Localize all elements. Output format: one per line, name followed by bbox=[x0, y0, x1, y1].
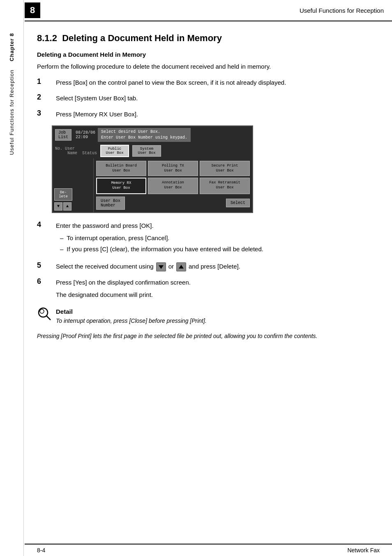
screen-tab-system[interactable]: SystemUser Box bbox=[132, 145, 161, 157]
intro-paragraph: Perform the following procedure to delet… bbox=[37, 62, 380, 72]
screen-main-area: De-lete ▼ ▲ Bulletin BoardUser Box Polli… bbox=[53, 158, 252, 212]
step-4-content: Enter the password and press [OK]. – To … bbox=[56, 221, 380, 256]
step-4-num: 4 bbox=[37, 220, 52, 229]
step-4-bullet-1: – To interrupt operation, press [Cancel]… bbox=[60, 234, 380, 243]
step-1: 1 Press [Box] on the control panel to vi… bbox=[37, 78, 380, 88]
step-5-text: Select the received document using or an… bbox=[56, 262, 380, 271]
screen-top-bar: JobList 08/28/0622:09 Select desired Use… bbox=[53, 126, 252, 144]
section-heading: 8.1.2 Deleting a Document Held in Memory bbox=[37, 33, 380, 44]
sidebar-section-label: Useful Functions for Reception bbox=[9, 70, 15, 155]
screen-job-btn: JobList bbox=[55, 129, 71, 141]
screen-select-btn[interactable]: Select bbox=[226, 199, 250, 207]
svg-point-4 bbox=[40, 309, 44, 313]
svg-marker-0 bbox=[159, 265, 164, 269]
detail-content: Detail To interrupt operation, press [Cl… bbox=[56, 308, 207, 325]
screen-list-area: De-lete ▼ ▲ bbox=[53, 158, 94, 212]
screen-box-fax[interactable]: Fax RetransmitUser Box bbox=[200, 178, 250, 194]
svg-marker-1 bbox=[179, 265, 184, 269]
svg-line-3 bbox=[46, 316, 51, 320]
sub-heading: Deleting a Document Held in Memory bbox=[37, 51, 380, 58]
step-6-note: The designated document will print. bbox=[56, 290, 380, 300]
detail-text1: To interrupt operation, press [Close] be… bbox=[56, 317, 207, 325]
screen-delete-btn[interactable]: De-lete bbox=[54, 188, 72, 201]
screen-left-buttons: De-lete ▼ ▲ bbox=[54, 188, 92, 211]
step-4: 4 Enter the password and press [OK]. – T… bbox=[37, 221, 380, 256]
step-3: 3 Press [Memory RX User Box]. bbox=[37, 110, 380, 119]
screen-box-memory[interactable]: Memory RXUser Box bbox=[96, 178, 146, 194]
chapter-num-box: 8 bbox=[25, 2, 40, 18]
screen-box-secure[interactable]: Secure PrintUser Box bbox=[200, 161, 250, 176]
screen-bottom-controls: User BoxNumber Select bbox=[96, 197, 250, 210]
step-3-content: Press [Memory RX User Box]. bbox=[56, 110, 380, 119]
screen-list-tabs: No. User Name Status PublicUser Box Syst… bbox=[53, 144, 252, 158]
step-6-content: Press [Yes] on the displayed confirmatio… bbox=[56, 278, 380, 300]
detail-label: Detail bbox=[56, 308, 207, 315]
screen-box-polling[interactable]: Polling TXUser Box bbox=[148, 161, 198, 176]
step-2-content: Select [System User Box] tab. bbox=[56, 94, 380, 103]
screen-arrow-down[interactable]: ▼ bbox=[54, 202, 62, 211]
top-header: 8 Useful Functions for Reception bbox=[25, 0, 392, 21]
section-number: 8.1.2 bbox=[37, 33, 57, 43]
step-5: 5 Select the received document using or … bbox=[37, 262, 380, 271]
detail-box: Detail To interrupt operation, press [Cl… bbox=[37, 308, 380, 325]
screen-date: 08/28/0622:09 bbox=[76, 130, 95, 139]
screen-box-annotation[interactable]: AnnotationUser Box bbox=[148, 178, 198, 194]
detail-search-icon bbox=[37, 306, 52, 321]
section-title: Deleting a Document Held in Memory bbox=[62, 33, 222, 43]
screen-nav-arrows: ▼ ▲ bbox=[54, 202, 92, 211]
step-5-content: Select the received document using or an… bbox=[56, 262, 380, 271]
screen-image: JobList 08/28/0622:09 Select desired Use… bbox=[52, 125, 253, 213]
step-2-num: 2 bbox=[37, 93, 52, 102]
arrow-up-icon bbox=[176, 262, 186, 271]
screen-box-bulletin[interactable]: Bulletin BoardUser Box bbox=[96, 161, 146, 176]
step-6: 6 Press [Yes] on the displayed confirmat… bbox=[37, 278, 380, 300]
note-text: Pressing [Proof Print] lets the first pa… bbox=[37, 332, 380, 341]
main-content: 8.1.2 Deleting a Document Held in Memory… bbox=[25, 21, 392, 361]
screen-list-header: No. User Name Status bbox=[55, 146, 97, 155]
screen-arrow-up[interactable]: ▲ bbox=[63, 202, 71, 211]
sidebar-chapter-label: Chapter 8 bbox=[9, 33, 15, 61]
step-4-sub-bullets: – To interrupt operation, press [Cancel]… bbox=[60, 234, 380, 254]
step-1-content: Press [Box] on the control panel to view… bbox=[56, 78, 380, 88]
bottom-footer: 8-4 Network Fax bbox=[25, 544, 392, 556]
step-1-num: 1 bbox=[37, 77, 52, 86]
screen-number-btn[interactable]: User BoxNumber bbox=[96, 197, 125, 210]
header-title: Useful Functions for Reception bbox=[300, 7, 384, 14]
footer-left: 8-4 bbox=[37, 547, 45, 554]
step-2: 2 Select [System User Box] tab. bbox=[37, 94, 380, 103]
sidebar: Chapter 8 Useful Functions for Reception bbox=[0, 0, 24, 556]
step-6-num: 6 bbox=[37, 277, 52, 286]
screen-boxes-area: Bulletin BoardUser Box Polling TXUser Bo… bbox=[94, 158, 252, 212]
step-5-num: 5 bbox=[37, 261, 52, 270]
footer-right: Network Fax bbox=[347, 547, 380, 554]
step-3-num: 3 bbox=[37, 109, 52, 118]
step-4-bullet-2: – If you press [C] (clear), the informat… bbox=[60, 245, 380, 254]
screen-instruction: Select desired User Box. Enter User Box … bbox=[98, 128, 191, 142]
screen-tab-public[interactable]: PublicUser Box bbox=[100, 145, 129, 157]
screen-boxes-grid: Bulletin BoardUser Box Polling TXUser Bo… bbox=[96, 161, 250, 194]
steps: 1 Press [Box] on the control panel to vi… bbox=[37, 78, 380, 300]
arrow-down-icon bbox=[156, 262, 166, 271]
